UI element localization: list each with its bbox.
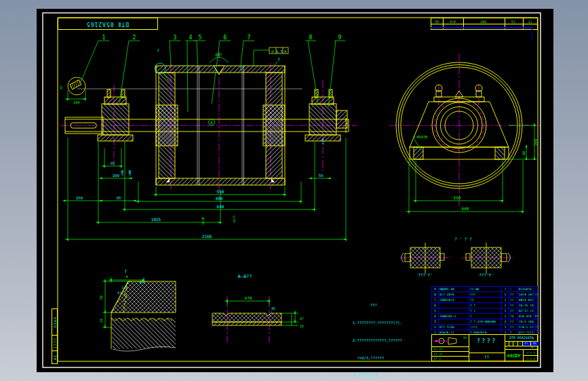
dim-85: 85 bbox=[117, 196, 121, 200]
tb-mark: ? bbox=[513, 342, 518, 346]
bom-code: ?GB4?6?3 bbox=[438, 298, 469, 302]
dim-shaft-1: ⌀1?0 bbox=[201, 217, 205, 224]
bom-weight: 1?6.1-1?61 bbox=[517, 325, 534, 329]
bom-code: 6T? TL56 bbox=[438, 325, 469, 329]
bom-qty: 1 bbox=[501, 292, 509, 297]
bom-material: — bbox=[509, 287, 517, 292]
bom-code bbox=[438, 319, 469, 324]
bom-name: ? bbox=[469, 314, 501, 319]
edge-label-top: DXA4 bbox=[53, 317, 57, 327]
strip-cell: 7M7 bbox=[469, 18, 498, 24]
weld-dim-top: 8 bbox=[125, 275, 128, 279]
note-line: 3.?????????, bbox=[353, 372, 441, 378]
section-title: A—A?? bbox=[237, 274, 252, 279]
seal-detail-views bbox=[401, 243, 511, 273]
table-row: 7?GB4?6?3?11??6B(4 6X?6 bbox=[432, 297, 537, 302]
bom-no: 9 bbox=[432, 287, 438, 292]
edge-label-mid: 1?7? bbox=[53, 338, 57, 348]
bom-name: † ? bbox=[469, 303, 501, 308]
dim-50: 50 bbox=[319, 174, 324, 178]
bom-code: 0B6M1-30 bbox=[438, 287, 469, 292]
bom-material: ?? bbox=[509, 298, 517, 302]
bom-no: 7 bbox=[432, 298, 438, 302]
weld-anno-3: 3? bbox=[117, 291, 121, 295]
bom-weight: 6B(4 6X?6 bbox=[517, 298, 534, 302]
tol-tag: 7 bbox=[277, 57, 280, 62]
weld-anno-15: 1.5 bbox=[121, 285, 128, 289]
bom-qty: 1 bbox=[501, 314, 509, 319]
bom-note: †† bbox=[534, 292, 543, 297]
notes-title: ??? bbox=[353, 302, 441, 308]
bom-qty: 1 bbox=[501, 298, 509, 302]
bom-material: ?5 bbox=[509, 314, 517, 319]
strip-cell: 45 bbox=[433, 18, 442, 24]
bom-no: 6 bbox=[432, 303, 438, 308]
drawing-number-cell: DTⅡ 05A2165½ bbox=[505, 335, 538, 342]
bom-no: 8 bbox=[432, 292, 438, 297]
datum-label: A bbox=[210, 121, 213, 125]
grade-mark: ½ bbox=[532, 336, 534, 340]
dim-95: 95 bbox=[111, 161, 115, 165]
dim-detail-circle: ⌀50 bbox=[73, 100, 79, 104]
table-row: 90B6M1-30?1 W6?—RJ150?6 bbox=[432, 287, 537, 292]
bom-extension-line bbox=[431, 27, 532, 28]
bom-qty: 1 bbox=[501, 325, 509, 329]
company-logo-cell: ⊕ SCDY bbox=[505, 350, 524, 362]
bom-name: ? † bbox=[469, 308, 501, 313]
dim-shaft-5: ⌀1M bbox=[321, 139, 325, 144]
tb-left-mark: M? bbox=[464, 336, 467, 340]
bom-material: ?? bbox=[509, 319, 517, 324]
bom-code: ?GB6?6S-1 bbox=[438, 314, 469, 319]
bom-qty: ? bbox=[501, 287, 509, 292]
frame-edge-strip: DXA4 1?7? A1 bbox=[52, 308, 58, 361]
tb-small-l: L bbox=[505, 346, 507, 349]
drawing-title: ???? bbox=[469, 338, 505, 350]
section-dim-r1: 4? bbox=[300, 317, 304, 321]
bom-no: 2 bbox=[432, 325, 438, 329]
dim-200: 200 bbox=[113, 174, 119, 178]
bom-qty: 1 bbox=[501, 308, 509, 313]
balloon-2: 2 bbox=[133, 35, 136, 41]
bom-qty: 1 bbox=[501, 303, 509, 308]
technical-notes: ??? 1.????????,???????(?). 2.???????????… bbox=[353, 291, 441, 381]
bom-weight: 4?6 4?6 bbox=[517, 314, 534, 319]
bom-material: ?? bbox=[509, 325, 517, 329]
bom-name: ? ? 219-900x80 bbox=[469, 319, 501, 324]
dim-640: 640 bbox=[217, 204, 224, 209]
edge-label-bottom: A1 bbox=[53, 355, 57, 360]
endview-bolt-label: 3-M10?B bbox=[413, 135, 427, 139]
frame-top-label: DTⅡ 05A2165 bbox=[58, 18, 158, 30]
seal-note: ? ' ? ? bbox=[454, 237, 472, 241]
strip-cell: ?3 bbox=[506, 18, 521, 24]
bom-note: P? bbox=[534, 314, 543, 319]
left-bearing bbox=[98, 89, 133, 141]
section-dim-top: 4?9 bbox=[245, 296, 252, 300]
bom-code: 0(? 20?6 bbox=[438, 292, 469, 297]
title-block: M? ?? ?? ?? ?? ?? ? ???? ?? DTⅡ 05A2165½… bbox=[431, 334, 538, 361]
angle-dim: 60° bbox=[216, 52, 223, 57]
balloon-5: 5 bbox=[199, 35, 202, 41]
bom-name: ?1 W6 bbox=[469, 287, 501, 292]
company-name: SCDY bbox=[510, 353, 521, 359]
note-line: ?=2/3,?????? bbox=[353, 355, 441, 361]
tb-left-row: ?? ? bbox=[432, 357, 469, 362]
parts-list-table: 90B6M1-30?1 W6?—RJ150?6 80(? 20?6???1??1… bbox=[431, 286, 538, 341]
bom-no: 5 bbox=[432, 308, 438, 313]
balloon-6: 6 bbox=[224, 35, 227, 41]
section-aa-view bbox=[212, 311, 281, 325]
seal-caption-right: ???'Y' bbox=[479, 273, 494, 277]
balloon-8: 8 bbox=[309, 35, 313, 41]
dim-1025: 1025 bbox=[151, 217, 161, 222]
bom-name: ?1 bbox=[469, 298, 501, 302]
weld-dim-58: 58 bbox=[99, 296, 103, 300]
bom-note bbox=[534, 308, 543, 313]
tolerance-val: 1.5 bbox=[276, 49, 283, 54]
balloon-1: 1 bbox=[102, 35, 106, 41]
tb-qty-cell: ? ? 1 bbox=[524, 356, 538, 362]
table-row: 80(? 20?6???1??14?4 14?4†† bbox=[432, 292, 537, 297]
bom-material: ?? bbox=[509, 303, 517, 308]
section-anno-45: 45 bbox=[271, 306, 275, 310]
bom-weight: 16-15 ?6-15 bbox=[517, 303, 534, 308]
endview-dim-640: 640 bbox=[462, 206, 469, 211]
strip-cell: 4?4 bbox=[445, 18, 461, 24]
